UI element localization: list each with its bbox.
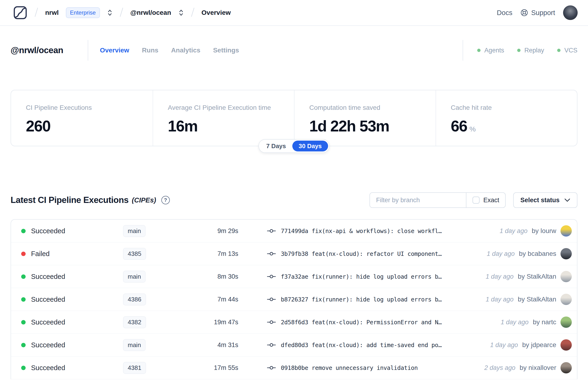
branch-filter-group: Exact: [369, 192, 506, 208]
cipes-title: Latest CI Pipeline Executions: [11, 195, 129, 205]
tab-settings[interactable]: Settings: [213, 47, 239, 54]
docs-link[interactable]: Docs: [497, 9, 512, 17]
exact-checkbox[interactable]: [473, 197, 480, 204]
org-switcher-chevrons-icon[interactable]: [107, 9, 113, 17]
status-dot: [21, 297, 26, 302]
cipe-row[interactable]: Failed 4385 7m 13s 3b79fb38 feat(nx-clou…: [11, 243, 577, 265]
author-label: by jdpearce: [522, 341, 556, 349]
stat-card-time-saved: Computation time saved 1d 22h 53m: [294, 90, 436, 146]
author-label: by nartc: [533, 318, 556, 326]
support-label: Support: [531, 9, 555, 17]
author-avatar[interactable]: [560, 271, 572, 282]
time-ago-label: 2 days ago: [484, 364, 515, 372]
commit-cell: 2d58f6d3 feat(nx-cloud): PermissionError…: [267, 319, 495, 326]
author-label: by lourw: [532, 227, 556, 235]
lifebuoy-icon: [520, 9, 528, 17]
commit-message[interactable]: f37a32ae fix(runner): hide log upload er…: [281, 273, 442, 280]
status-label: Succeeded: [31, 318, 65, 326]
meta-cell: 1 day ago by StalkAltan: [486, 294, 572, 305]
stat-value: 260: [26, 117, 50, 135]
exact-filter[interactable]: Exact: [466, 193, 505, 208]
cipe-row[interactable]: Succeeded main 8m 30s f37a32ae fix(runne…: [11, 265, 577, 288]
nx-cloud-logo-icon[interactable]: [13, 5, 28, 20]
breadcrumb-org[interactable]: nrwl: [45, 9, 59, 17]
workspace-header: @nrwl/ocean Overview Runs Analytics Sett…: [11, 39, 577, 61]
author-avatar[interactable]: [560, 248, 572, 259]
status-dot-icon: [477, 49, 480, 52]
author-avatar[interactable]: [560, 294, 572, 305]
user-avatar[interactable]: [563, 5, 578, 20]
status-dot: [21, 252, 26, 256]
meta-cell: 1 day ago by bcabanes: [487, 248, 572, 259]
commit-message[interactable]: 0918b0be remove unnecessary invalidation: [281, 364, 418, 371]
git-commit-icon: [267, 365, 276, 371]
status-select-button[interactable]: Select status: [513, 192, 577, 208]
status-label: Succeeded: [31, 364, 65, 372]
status-label: Succeeded: [31, 273, 65, 281]
commit-cell: f37a32ae fix(runner): hide log upload er…: [267, 273, 480, 280]
author-avatar[interactable]: [560, 339, 572, 351]
support-link[interactable]: Support: [520, 9, 555, 17]
indicator-replay: Replay: [517, 47, 544, 54]
status-dot: [21, 366, 26, 370]
cipe-row[interactable]: Succeeded main 4m 31s dfed80d3 feat(nx-c…: [11, 334, 577, 357]
time-ago-label: 1 day ago: [486, 296, 514, 303]
duration-label: 9m 29s: [182, 228, 238, 235]
author-avatar[interactable]: [560, 225, 572, 237]
commit-message[interactable]: 3b79fb38 feat(nx-cloud): refactor UI com…: [281, 250, 442, 257]
branch-badge[interactable]: 4385: [123, 248, 146, 260]
cipe-row[interactable]: Succeeded main 9m 29s 771499da fix(nx-ap…: [11, 220, 577, 243]
tab-analytics[interactable]: Analytics: [171, 47, 200, 54]
branch-badge[interactable]: main: [123, 339, 146, 351]
tab-runs[interactable]: Runs: [142, 47, 158, 54]
status-dot: [21, 343, 26, 347]
meta-cell: 1 day ago by nartc: [501, 317, 572, 328]
commit-message[interactable]: 771499da fix(nx-api & workflows): close …: [281, 228, 442, 234]
help-icon[interactable]: ?: [161, 196, 170, 204]
branch-badge[interactable]: main: [123, 271, 146, 283]
indicator-agents: Agents: [477, 47, 504, 54]
toggle-7-days[interactable]: 7 Days: [260, 141, 292, 152]
tab-overview[interactable]: Overview: [100, 47, 129, 54]
commit-message[interactable]: dfed80d3 feat(nx-cloud): add time-saved …: [281, 342, 442, 348]
indicator-vcs: VCS: [557, 47, 577, 54]
commit-message[interactable]: b8726327 fix(runner): hide log upload er…: [281, 296, 442, 303]
commit-message[interactable]: 2d58f6d3 feat(nx-cloud): PermissionError…: [281, 319, 442, 326]
time-ago-label: 1 day ago: [486, 273, 514, 280]
chevron-down-icon: [564, 198, 570, 202]
stat-value: 1d 22h 53m: [309, 117, 389, 135]
cipe-row[interactable]: Succeeded 4381 17m 55s 0918b0be remove u…: [11, 357, 577, 379]
branch-badge[interactable]: main: [123, 225, 146, 237]
commit-cell: 0918b0be remove unnecessary invalidation: [267, 364, 479, 371]
branch-filter-input[interactable]: [370, 193, 466, 208]
cipe-row[interactable]: Succeeded 4386 7m 44s b8726327 fix(runne…: [11, 288, 577, 311]
breadcrumb: nrwl Enterprise @nrwl/ocean Overview: [45, 7, 231, 18]
meta-cell: 2 days ago by nixallover: [484, 362, 572, 373]
cipe-row[interactable]: Succeeded 4382 19m 47s 2d58f6d3 feat(nx-…: [11, 311, 577, 334]
commit-cell: dfed80d3 feat(nx-cloud): add time-saved …: [267, 342, 485, 348]
branch-badge[interactable]: 4382: [123, 316, 146, 328]
git-commit-icon: [267, 297, 276, 302]
workspace-switcher-chevrons-icon[interactable]: [178, 9, 184, 17]
git-commit-icon: [267, 251, 276, 257]
author-avatar[interactable]: [560, 317, 572, 328]
time-ago-label: 1 day ago: [490, 342, 518, 349]
stat-card-executions: CI Pipeline Executions 260: [11, 90, 153, 146]
stat-label: Cache hit rate: [451, 104, 570, 112]
duration-label: 8m 30s: [182, 273, 238, 280]
status-label: Succeeded: [31, 227, 65, 235]
branch-badge[interactable]: 4386: [123, 293, 146, 305]
branch-cell: main: [123, 339, 182, 351]
divider: [88, 40, 88, 61]
branch-badge[interactable]: 4381: [123, 362, 146, 374]
toggle-30-days[interactable]: 30 Days: [292, 141, 328, 152]
status-label: Failed: [31, 250, 50, 258]
meta-cell: 1 day ago by StalkAltan: [486, 271, 572, 282]
indicator-label: Replay: [524, 47, 544, 54]
commit-cell: 3b79fb38 feat(nx-cloud): refactor UI com…: [267, 250, 481, 257]
breadcrumb-workspace[interactable]: @nrwl/ocean: [130, 9, 171, 17]
author-avatar[interactable]: [560, 362, 572, 373]
meta-cell: 1 day ago by lourw: [500, 225, 572, 237]
stat-card-cache-hit: Cache hit rate 66%: [436, 90, 577, 146]
stats-section: CI Pipeline Executions 260 Average CI Pi…: [11, 90, 577, 146]
